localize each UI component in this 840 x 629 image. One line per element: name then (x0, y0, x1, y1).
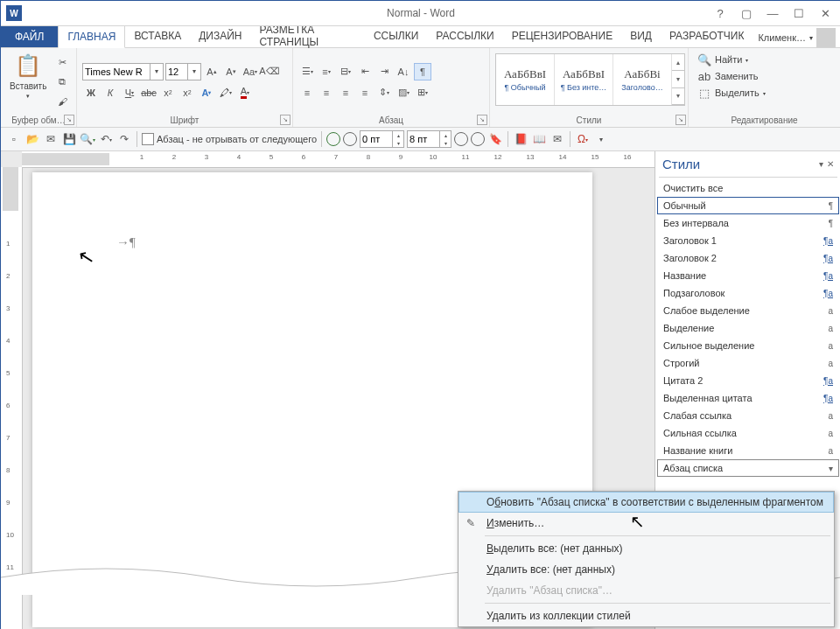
borders-button[interactable]: ⊞▾ (414, 84, 431, 101)
paragraph-launcher[interactable]: ↘ (477, 115, 487, 125)
close-button[interactable]: ✕ (813, 3, 837, 24)
text-effects-button[interactable]: A▾ (198, 84, 215, 101)
style-list-item[interactable]: Название¶a (657, 267, 839, 284)
font-color-button[interactable]: A▾ (236, 84, 254, 101)
underline-button[interactable]: Ч▾ (121, 84, 138, 101)
help-button[interactable]: ? (708, 3, 732, 24)
increase-indent-button[interactable]: ⇥ (375, 63, 393, 80)
user-area[interactable]: Клименк…▾ (752, 28, 840, 47)
tab-разработчик[interactable]: РАЗРАБОТЧИК (661, 25, 753, 46)
style-list-item[interactable]: Обычный¶ (657, 197, 839, 214)
minimize-button[interactable]: — (760, 3, 785, 24)
font-name-combo[interactable]: ▾ (82, 63, 164, 80)
multilevel-button[interactable]: ⊟▾ (337, 63, 354, 80)
file-tab[interactable]: ФАЙЛ (1, 26, 58, 47)
style-gallery-item[interactable]: АаБбВвІ¶ Обычный (496, 54, 555, 105)
vertical-ruler[interactable]: 1234567891011 (1, 167, 23, 629)
context-menu-item[interactable]: Удалить из коллекции стилей (458, 605, 834, 626)
style-gallery[interactable]: АаБбВвІ¶ ОбычныйАаБбВвІ¶ Без инте…АаБбВі… (495, 53, 685, 106)
highlight-button[interactable]: 🖍▾ (217, 84, 234, 101)
font-size-input[interactable] (166, 64, 187, 80)
select-button[interactable]: ⬚Выделить▾ (694, 85, 769, 101)
find-button[interactable]: 🔍Найти▾ (694, 52, 769, 67)
sort-button[interactable]: A↓ (395, 63, 412, 80)
superscript-button[interactable]: x2 (178, 84, 196, 101)
circle-button[interactable] (471, 132, 485, 146)
grow-font-button[interactable]: A▴ (203, 63, 220, 80)
font-name-input[interactable] (83, 64, 150, 80)
style-list-item[interactable]: Сильная ссылкаa (657, 424, 839, 442)
style-list-item[interactable]: Заголовок 1¶a (657, 232, 839, 249)
bookmark-button[interactable]: 🔖 (487, 131, 503, 147)
context-menu-item[interactable]: Обновить "Абзац списка" в соответствии с… (458, 492, 834, 513)
paste-button[interactable]: 📋 Вставить ▾ (4, 50, 52, 114)
bullets-button[interactable]: ☰▾ (298, 63, 316, 80)
tab-главная[interactable]: ГЛАВНАЯ (58, 25, 125, 48)
maximize-button[interactable]: ☐ (787, 3, 811, 24)
style-list-item[interactable]: Выделенная цитата¶a (657, 389, 839, 407)
justify-button[interactable]: ≡ (356, 84, 374, 101)
context-menu-item[interactable]: ✎Изменить… (458, 513, 834, 534)
keep-with-next-checkbox[interactable] (142, 133, 154, 145)
pane-close-icon[interactable]: ✕ (827, 159, 834, 169)
shrink-font-button[interactable]: A▾ (222, 63, 240, 80)
context-menu-item[interactable]: Удалить все: (нет данных) (458, 559, 834, 580)
space-before-spinner[interactable]: ▴▾ (360, 130, 404, 148)
font-launcher[interactable]: ↘ (280, 115, 290, 125)
italic-button[interactable]: К (102, 84, 119, 101)
numbering-button[interactable]: ≡▾ (318, 63, 335, 80)
preview-button[interactable]: 🔍▾ (80, 131, 95, 147)
clear-formatting-button[interactable]: A⌫ (261, 63, 278, 80)
style-list-item[interactable]: Подзаголовок¶a (657, 284, 839, 302)
book-button[interactable]: 📕 (513, 131, 528, 147)
tab-вставка[interactable]: ВСТАВКА (125, 25, 190, 46)
show-marks-button[interactable]: ¶ (414, 63, 431, 80)
gallery-scroll[interactable]: ▴ ▾ ▾ (672, 54, 684, 105)
spin-up-icon[interactable]: ▴ (440, 131, 451, 139)
tab-рассылки[interactable]: РАССЫЛКИ (427, 25, 502, 46)
mail-button[interactable]: ✉ (43, 131, 59, 147)
circle-button[interactable] (343, 132, 357, 146)
chevron-down-icon[interactable]: ▾ (150, 64, 163, 80)
copy-button[interactable]: ⧉ (53, 73, 71, 91)
tab-дизайн[interactable]: ДИЗАЙН (190, 25, 250, 46)
horizontal-ruler[interactable]: 1234567891011121314151617 (22, 151, 654, 168)
clipboard-launcher[interactable]: ↘ (64, 115, 74, 125)
decrease-indent-button[interactable]: ⇤ (356, 63, 374, 80)
context-menu-item[interactable]: Выделить все: (нет данных) (458, 538, 834, 559)
spin-down-icon[interactable]: ▾ (440, 139, 451, 147)
shading-button[interactable]: ▨▾ (395, 84, 412, 101)
tab-вид[interactable]: ВИД (621, 25, 661, 46)
line-spacing-button[interactable]: ⇕▾ (375, 84, 393, 101)
pane-dropdown-icon[interactable]: ▾ (819, 159, 823, 169)
style-list-item[interactable]: Слабое выделениеa (657, 302, 839, 319)
bold-button[interactable]: Ж (82, 84, 100, 101)
redo-button[interactable]: ↷ (116, 131, 132, 147)
style-gallery-item[interactable]: АаБбВіЗаголово… (613, 54, 672, 105)
spin-up-icon[interactable]: ▴ (393, 131, 403, 139)
style-list-item[interactable]: Абзац списка▾ (657, 459, 839, 477)
style-list-item[interactable]: Сильное выделениеa (657, 337, 839, 354)
circle-button-green[interactable] (326, 132, 340, 146)
omega-button[interactable]: Ω▾ (575, 131, 591, 147)
style-gallery-item[interactable]: АаБбВвІ¶ Без инте… (555, 54, 613, 105)
font-size-combo[interactable]: ▾ (165, 63, 201, 80)
scroll-up-icon[interactable]: ▴ (672, 54, 684, 71)
style-list-item[interactable]: Без интервала¶ (657, 214, 839, 232)
format-painter-button[interactable]: 🖌 (53, 93, 71, 110)
cut-button[interactable]: ✂ (53, 54, 71, 72)
new-doc-button[interactable]: ▫ (6, 131, 22, 147)
align-center-button[interactable]: ≡ (318, 84, 335, 101)
envelope-button[interactable]: ✉ (550, 131, 565, 147)
circle-button[interactable] (454, 132, 468, 146)
strike-button[interactable]: abc (140, 84, 158, 101)
undo-button[interactable]: ↶▾ (98, 131, 114, 147)
align-right-button[interactable]: ≡ (337, 84, 354, 101)
tab-разметка страницы[interactable]: РАЗМЕТКА СТРАНИЦЫ (251, 25, 365, 46)
subscript-button[interactable]: x2 (159, 84, 177, 101)
open-button[interactable]: 📂 (24, 131, 40, 147)
style-list-item[interactable]: Строгийa (657, 354, 839, 372)
align-left-button[interactable]: ≡ (298, 84, 316, 101)
clear-all-button[interactable]: Очистить все (657, 179, 839, 197)
styles-launcher[interactable]: ↘ (676, 115, 686, 125)
